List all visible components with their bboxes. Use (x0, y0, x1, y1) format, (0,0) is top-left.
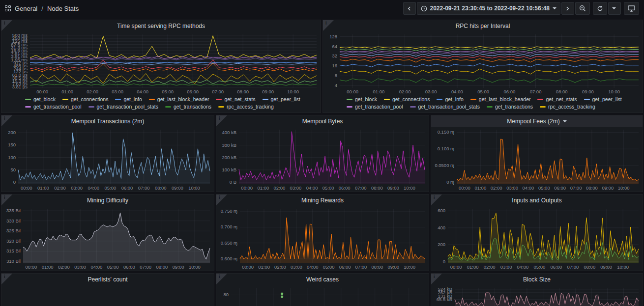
panel-header[interactable]: Peerlists' count (1, 274, 214, 285)
panel-header[interactable]: Weird cases (216, 274, 429, 285)
legend-swatch (115, 99, 121, 100)
svg-text:335 Bil: 335 Bil (6, 208, 21, 213)
svg-text:16: 16 (332, 63, 337, 68)
zoom-out-button[interactable] (575, 2, 590, 15)
legend-item-get_transactions[interactable]: get_transactions (165, 104, 211, 110)
svg-text:10:00: 10:00 (618, 185, 630, 191)
svg-text:03:00: 03:00 (74, 264, 86, 270)
svg-text:0: 0 (443, 259, 445, 264)
legend-item-get_transactions[interactable]: get_transactions (487, 104, 533, 110)
legend-swatch (537, 99, 543, 100)
legend-swatch (62, 99, 68, 100)
time-series-chart[interactable]: 00:0001:0002:0003:0004:0005:0006:0007:00… (431, 127, 643, 192)
legend-label: get_net_stats (224, 96, 255, 102)
legend-swatch (25, 99, 31, 100)
svg-text:00:00: 00:00 (21, 185, 32, 191)
svg-text:01:00: 01:00 (467, 264, 479, 270)
panel-header[interactable]: Mining Difficulty (1, 195, 214, 206)
svg-text:09:00: 09:00 (387, 264, 399, 270)
svg-text:05:00: 05:00 (322, 185, 334, 191)
panel-header[interactable]: Block Size (431, 274, 643, 285)
time-series-chart[interactable]: 00:0001:0002:0003:0004:0005:0006:0007:00… (431, 285, 643, 306)
svg-text:07:00: 07:00 (355, 264, 367, 270)
time-series-chart[interactable] (1, 285, 214, 306)
legend-item-get_last_block_header[interactable]: get_last_block_header (470, 96, 531, 102)
legend-item-get_info[interactable]: get_info (115, 96, 142, 102)
svg-text:04:00: 04:00 (523, 185, 534, 191)
legend-item-get_transaction_pool[interactable]: get_transaction_pool (25, 104, 82, 110)
svg-text:03:00: 03:00 (291, 264, 302, 270)
svg-text:3.81 µs: 3.81 µs (12, 84, 28, 89)
svg-text:200: 200 (8, 130, 16, 135)
panel-title: Mining Rewards (301, 197, 344, 204)
svg-text:0 ɱ: 0 ɱ (446, 179, 454, 185)
legend-label: get_peer_list (592, 96, 622, 102)
time-shift-forward-button[interactable] (561, 2, 574, 15)
breadcrumb-page[interactable]: Node Stats (47, 5, 79, 12)
panel-header[interactable]: Mempool Transactions (2m) (1, 115, 214, 127)
legend-item-get_net_stats[interactable]: get_net_stats (537, 96, 577, 102)
legend-item-rpc_access_tracking[interactable]: rpc_access_tracking (540, 104, 595, 110)
legend-item-get_transaction_pool_stats[interactable]: get_transaction_pool_stats (410, 104, 480, 110)
svg-text:32: 32 (332, 53, 337, 58)
svg-text:03:00: 03:00 (506, 185, 518, 191)
chart-legend: get_blockget_connectionsget_infoget_last… (323, 95, 643, 112)
time-series-chart[interactable]: 00:0001:0002:0003:0004:0005:0006:0007:00… (1, 32, 321, 95)
svg-text:00:00: 00:00 (241, 185, 253, 191)
time-series-chart[interactable]: 00:0001:0002:0003:0004:0005:0006:0007:00… (1, 206, 214, 271)
panel-weird-cases: i Weird cases 00:0001:0002:0003:0004:000… (216, 273, 429, 306)
panel-header[interactable]: Mempool Bytes (216, 115, 429, 127)
legend-item-rpc_access_tracking[interactable]: rpc_access_tracking (218, 104, 274, 110)
svg-text:02:00: 02:00 (274, 264, 286, 270)
svg-text:04:00: 04:00 (451, 89, 463, 94)
svg-text:02:00: 02:00 (87, 89, 98, 94)
time-series-chart[interactable]: 00:0001:0002:0003:0004:0005:0006:0007:00… (216, 206, 429, 271)
svg-text:02:00: 02:00 (491, 185, 502, 191)
panel-header-menu[interactable]: Mempool Fees (2m) (431, 115, 643, 127)
chevron-down-icon (563, 120, 567, 122)
time-series-chart[interactable]: 00:0001:0002:0003:0004:0005:0006:0007:00… (216, 127, 429, 192)
legend-item-get_transaction_pool_stats[interactable]: get_transaction_pool_stats (88, 104, 159, 110)
legend-item-get_block[interactable]: get_block (25, 96, 56, 102)
panel-header[interactable]: Inputs and Outputs (431, 195, 643, 206)
legend-item-get_connections[interactable]: get_connections (384, 96, 430, 102)
refresh-button[interactable] (593, 2, 607, 15)
svg-text:05:00: 05:00 (162, 89, 174, 94)
legend-item-get_info[interactable]: get_info (437, 96, 463, 102)
svg-text:0 B: 0 B (230, 179, 236, 185)
time-series-chart[interactable]: 00:0001:0002:0003:0004:0005:0006:0007:00… (431, 206, 643, 271)
legend-item-get_peer_list[interactable]: get_peer_list (584, 96, 622, 102)
legend-item-get_transaction_pool[interactable]: get_transaction_pool (347, 104, 403, 110)
time-series-chart[interactable]: 00:0001:0002:0003:0004:0005:0006:0007:00… (216, 285, 429, 306)
svg-text:100: 100 (8, 155, 16, 160)
legend-item-get_connections[interactable]: get_connections (62, 96, 108, 102)
svg-text:200: 200 (438, 242, 445, 247)
svg-text:08:00: 08:00 (556, 89, 568, 94)
chevron-left-icon (407, 6, 411, 11)
legend-item-get_net_stats[interactable]: get_net_stats (216, 96, 255, 102)
panel-header[interactable]: RPC hits per Interval (323, 20, 643, 32)
legend-swatch (347, 106, 352, 108)
svg-text:07:00: 07:00 (570, 185, 582, 191)
svg-text:03:00: 03:00 (112, 89, 123, 94)
panel-header[interactable]: Mining Rewards (216, 195, 429, 206)
panel-header[interactable]: Time spent serving RPC methods (1, 20, 321, 32)
svg-text:07:00: 07:00 (140, 264, 151, 270)
legend-item-get_last_block_header[interactable]: get_last_block_header (149, 96, 209, 102)
refresh-interval-dropdown[interactable] (608, 2, 621, 15)
breadcrumb-folder[interactable]: General (15, 5, 37, 12)
svg-text:05:00: 05:00 (534, 264, 546, 270)
svg-text:03:00: 03:00 (290, 185, 302, 191)
time-series-chart[interactable]: 00:0001:0002:0003:0004:0005:0006:0007:00… (1, 127, 214, 192)
cycle-view-mode-button[interactable] (624, 2, 639, 15)
svg-text:06:00: 06:00 (121, 185, 133, 191)
time-shift-back-button[interactable] (403, 2, 416, 15)
legend-item-get_block[interactable]: get_block (347, 96, 377, 102)
chevron-down-icon (553, 7, 556, 9)
dashboards-grid-icon[interactable] (5, 5, 11, 11)
svg-text:06:00: 06:00 (503, 89, 515, 94)
legend-item-get_peer_list[interactable]: get_peer_list (263, 96, 300, 102)
time-range-picker[interactable]: 2022-09-21 23:30:45 to 2022-09-22 10:56:… (417, 2, 561, 15)
time-series-chart[interactable]: 00:0001:0002:0003:0004:0005:0006:0007:00… (323, 32, 643, 95)
svg-text:09:00: 09:00 (602, 185, 614, 191)
